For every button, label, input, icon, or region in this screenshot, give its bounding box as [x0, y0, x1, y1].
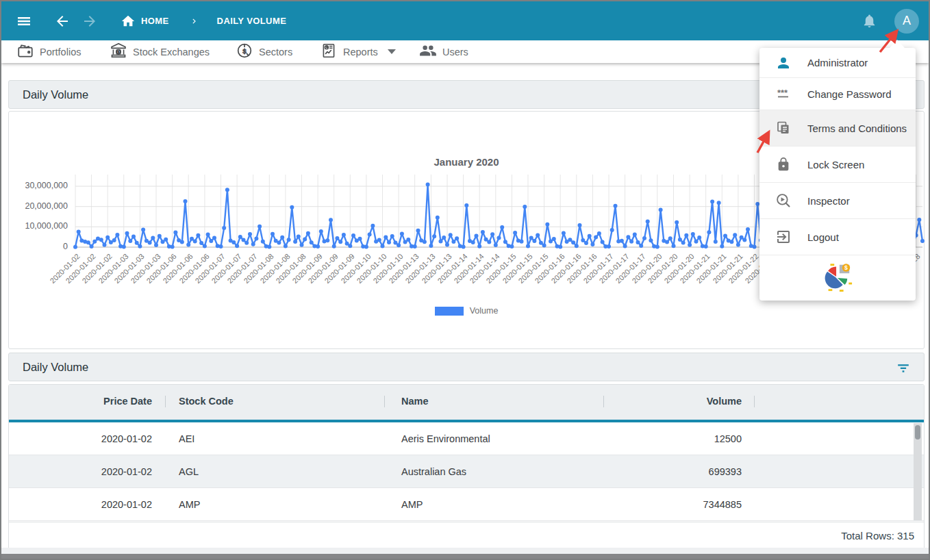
menu-item-label: Inspector	[807, 195, 850, 207]
table-row-agl[interactable]: 2020-01-02 AGL Australian Gas 699393	[9, 455, 924, 488]
cell-volume: 7344885	[618, 499, 742, 510]
total-rows-label: Total Rows: 315	[841, 530, 914, 542]
back-arrow-icon[interactable]	[51, 10, 74, 33]
cell-name: AMP	[401, 499, 579, 510]
menu-item-lock-screen[interactable]: Lock Screen	[759, 147, 916, 183]
menu-item-administrator[interactable]: Administrator	[759, 48, 916, 78]
top-bar: HOME DAILY VOLUME A	[1, 1, 929, 40]
breadcrumb-home[interactable]: HOME	[141, 16, 169, 26]
column-separator	[754, 396, 755, 407]
menu-item-label: Logout	[807, 231, 839, 243]
nav-item-label: Reports	[343, 47, 378, 58]
chart-panel-title: Daily Volume	[23, 88, 88, 101]
bank-icon: $	[110, 42, 127, 62]
documents-icon	[775, 120, 792, 136]
breadcrumb-chevron-icon	[190, 16, 199, 26]
nav-item-sectors[interactable]: $ Sectors	[236, 40, 292, 63]
wallet-icon	[16, 42, 34, 62]
column-header-name[interactable]: Name	[401, 396, 579, 407]
menu-item-label: Administrator	[807, 57, 868, 68]
column-header-stock-code[interactable]: Stock Code	[179, 396, 357, 407]
app-window: HOME DAILY VOLUME A Portfolios $ Stock E…	[0, 0, 930, 560]
nav-item-stock-exchanges[interactable]: $ Stock Exchanges	[110, 40, 210, 63]
cell-price-date: 2020-01-02	[29, 466, 152, 477]
nav-item-users[interactable]: Users	[419, 40, 468, 63]
horizontal-scrollbar[interactable]	[1, 554, 929, 559]
table-row-aei[interactable]: 2020-01-02 AEI Aeris Environmental 12500	[9, 422, 924, 455]
svg-text:***: ***	[777, 88, 788, 98]
cell-price-date: 2020-01-02	[29, 433, 152, 444]
table-panel-header: Daily Volume	[8, 353, 925, 381]
users-icon	[419, 42, 437, 62]
user-menu: Administrator *** Change Password Terms …	[759, 48, 916, 301]
column-separator	[165, 396, 166, 407]
menu-item-logout[interactable]: Logout	[759, 219, 916, 255]
notifications-bell-icon[interactable]	[857, 10, 881, 33]
report-icon	[320, 42, 338, 62]
menu-item-label: Change Password	[807, 88, 892, 100]
user-avatar[interactable]: A	[894, 9, 919, 34]
menu-item-label: Lock Screen	[807, 159, 864, 170]
lock-icon	[775, 157, 792, 172]
cell-name: Australian Gas	[401, 466, 579, 477]
table-panel-title: Daily Volume	[23, 361, 88, 374]
logout-icon	[775, 229, 792, 245]
table-footer: Total Rows: 315	[9, 522, 924, 549]
cell-volume: 12500	[618, 433, 742, 444]
person-icon	[775, 55, 792, 71]
home-icon[interactable]	[116, 10, 140, 33]
menu-item-label: Terms and Conditions	[807, 123, 907, 134]
inspector-icon	[775, 192, 792, 209]
table-scrollbar-track[interactable]	[914, 423, 922, 520]
dropdown-caret-icon	[388, 49, 396, 54]
menu-logo-row: $	[759, 255, 916, 301]
table-row-amp[interactable]: 2020-01-02 AMP AMP 7344885	[9, 488, 924, 521]
breadcrumb-current: DAILY VOLUME	[217, 16, 287, 26]
forward-arrow-icon[interactable]	[78, 10, 101, 33]
nav-item-label: Users	[442, 47, 468, 58]
table-scrollbar-thumb[interactable]	[915, 425, 920, 440]
cell-stock-code: AMP	[179, 499, 357, 510]
svg-text:$: $	[242, 47, 247, 55]
pie-chart-logo: $	[822, 261, 853, 295]
menu-item-inspector[interactable]: Inspector	[759, 183, 916, 219]
daily-volume-table: Price DateStock CodeNameVolume 2020-01-0…	[8, 384, 925, 550]
nav-item-label: Portfolios	[40, 47, 81, 58]
column-header-volume[interactable]: Volume	[618, 396, 742, 407]
password-icon: ***	[775, 86, 792, 102]
nav-item-label: Stock Exchanges	[133, 47, 210, 58]
nav-item-portfolios[interactable]: Portfolios	[16, 40, 81, 63]
column-separator	[603, 396, 604, 407]
table-header-row: Price DateStock CodeNameVolume	[9, 385, 924, 420]
cell-stock-code: AEI	[179, 433, 357, 444]
cell-price-date: 2020-01-02	[29, 499, 152, 510]
sectors-icon: $	[236, 42, 253, 62]
menu-item-change-password[interactable]: *** Change Password	[759, 78, 916, 110]
filter-icon[interactable]	[894, 359, 913, 377]
menu-caret	[890, 40, 905, 48]
menu-item-terms-and-conditions[interactable]: Terms and Conditions	[759, 110, 916, 147]
cell-stock-code: AGL	[179, 466, 357, 477]
column-header-price-date[interactable]: Price Date	[29, 396, 152, 407]
bottom-gap	[1, 548, 929, 554]
svg-text:$: $	[844, 264, 848, 271]
column-separator	[384, 396, 385, 407]
hamburger-menu-icon[interactable]	[12, 10, 36, 33]
cell-volume: 699393	[618, 466, 742, 477]
nav-item-label: Sectors	[259, 47, 292, 58]
nav-item-reports[interactable]: Reports	[320, 40, 396, 63]
cell-name: Aeris Environmental	[401, 433, 579, 444]
